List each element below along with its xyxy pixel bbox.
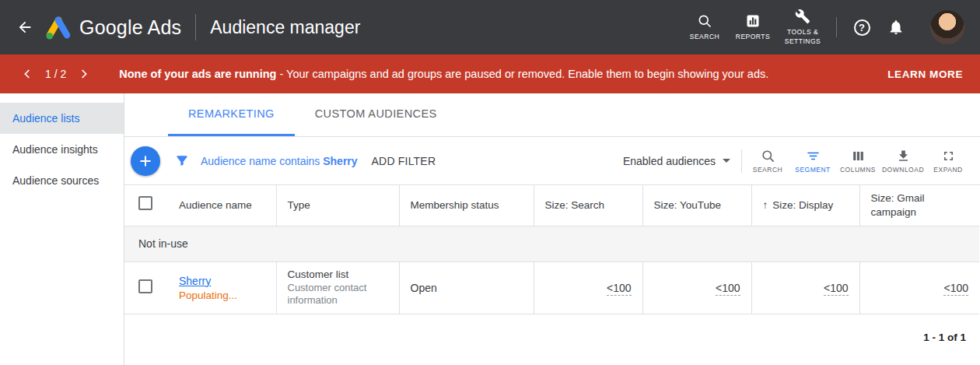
col-size-youtube[interactable]: Size: YouTube bbox=[642, 185, 751, 226]
banner-message-rest: - Your campaigns and ad groups are pause… bbox=[276, 68, 768, 80]
chevron-right-icon bbox=[77, 67, 91, 81]
sidebar-item-audience-sources[interactable]: Audience sources bbox=[0, 165, 124, 196]
row-checkbox[interactable] bbox=[138, 279, 152, 293]
size-youtube-value[interactable]: <100 bbox=[716, 282, 740, 296]
page-title: Audience manager bbox=[210, 17, 360, 38]
select-all-checkbox[interactable] bbox=[138, 196, 152, 210]
col-membership-status[interactable]: Membership status bbox=[399, 185, 534, 226]
size-gmail-value[interactable]: <100 bbox=[943, 282, 968, 296]
profile-avatar[interactable] bbox=[930, 10, 964, 44]
reports-icon bbox=[745, 13, 761, 29]
table-search-button[interactable]: SEARCH bbox=[745, 146, 790, 177]
expand-button[interactable]: EXPAND bbox=[926, 146, 971, 177]
sort-ascending-icon: ↑ bbox=[763, 199, 768, 211]
size-display-value[interactable]: <100 bbox=[824, 282, 849, 296]
table-tools: SEARCH SEGMENT COLUMNS DOWNLOAD EXPAND bbox=[745, 146, 971, 177]
table-footer: 1 - 1 of 1 bbox=[124, 314, 980, 365]
plus-icon bbox=[138, 153, 153, 169]
expand-icon bbox=[941, 149, 956, 163]
help-button[interactable]: ? bbox=[845, 10, 879, 44]
banner-next-button[interactable] bbox=[75, 65, 93, 82]
alert-banner: 1 / 2 None of your ads are running - You… bbox=[0, 54, 980, 93]
bell-icon bbox=[887, 19, 905, 36]
audience-type-detail: Customer contact information bbox=[288, 282, 388, 308]
content: Audience lists Audience insights Audienc… bbox=[0, 93, 980, 365]
audience-table: Audience name Type Membership status Siz… bbox=[124, 185, 979, 314]
learn-more-button[interactable]: LEARN MORE bbox=[887, 68, 963, 80]
toolbar-divider bbox=[741, 149, 742, 173]
sidebar-item-audience-insights[interactable]: Audience insights bbox=[0, 134, 124, 165]
arrow-left-icon bbox=[16, 19, 33, 36]
table-toolbar: Audience name contains Sherry ADD FILTER… bbox=[124, 137, 980, 185]
add-filter-button[interactable]: ADD FILTER bbox=[372, 155, 436, 167]
tab-bar: REMARKETING CUSTOM AUDIENCES bbox=[124, 93, 980, 137]
tab-remarketing[interactable]: REMARKETING bbox=[168, 93, 295, 136]
group-row: Not in-use bbox=[124, 226, 979, 261]
banner-prev-button[interactable] bbox=[19, 65, 36, 82]
segment-button[interactable]: SEGMENT bbox=[790, 146, 835, 177]
download-button[interactable]: DOWNLOAD bbox=[880, 146, 926, 177]
filter-icon bbox=[174, 153, 190, 169]
populating-status: Populating... bbox=[179, 290, 265, 301]
tab-custom-audiences[interactable]: CUSTOM AUDIENCES bbox=[295, 93, 457, 136]
header-divider bbox=[195, 14, 196, 40]
notifications-button[interactable] bbox=[879, 10, 913, 44]
columns-button[interactable]: COLUMNS bbox=[835, 146, 880, 177]
audience-type: Customer list bbox=[288, 268, 388, 280]
chevron-left-icon bbox=[20, 67, 34, 81]
main-panel: REMARKETING CUSTOM AUDIENCES Audience na… bbox=[124, 93, 980, 365]
wrench-icon bbox=[795, 9, 810, 24]
pagination-label: 1 - 1 of 1 bbox=[923, 332, 966, 343]
download-icon bbox=[896, 149, 911, 163]
col-size-display[interactable]: ↑Size: Display bbox=[751, 185, 859, 226]
header-divider bbox=[836, 17, 837, 37]
filter-value-text: Sherry bbox=[323, 155, 357, 167]
brand[interactable]: Google Ads bbox=[45, 16, 181, 40]
segment-icon bbox=[806, 149, 821, 163]
search-icon bbox=[697, 13, 712, 29]
banner-message: None of your ads are running - Your camp… bbox=[119, 68, 768, 80]
nav-tools-settings-button[interactable]: TOOLS & SETTINGS bbox=[777, 9, 828, 45]
col-type[interactable]: Type bbox=[276, 185, 399, 226]
active-filter-chip[interactable]: Audience name contains Sherry bbox=[201, 155, 358, 167]
table-row: Sherry Populating... Customer list Custo… bbox=[124, 261, 979, 314]
chevron-down-icon bbox=[723, 159, 730, 163]
membership-status-value: Open bbox=[399, 261, 534, 314]
filter-condition-text: Audience name contains bbox=[201, 155, 320, 167]
search-icon bbox=[761, 149, 775, 163]
banner-page-indicator: 1 / 2 bbox=[45, 68, 66, 80]
brand-name: Google Ads bbox=[79, 16, 181, 39]
sidebar-item-audience-lists[interactable]: Audience lists bbox=[0, 103, 124, 134]
banner-pagination: 1 / 2 bbox=[19, 65, 93, 82]
table-header-row: Audience name Type Membership status Siz… bbox=[124, 185, 979, 226]
col-size-gmail[interactable]: Size: Gmail campaign bbox=[859, 185, 979, 226]
dropdown-selected-value: Enabled audiences bbox=[623, 155, 716, 167]
columns-icon bbox=[851, 149, 866, 163]
banner-message-bold: None of your ads are running bbox=[119, 68, 276, 80]
col-audience-name[interactable]: Audience name bbox=[168, 185, 276, 226]
nav-search-button[interactable]: SEARCH bbox=[681, 13, 729, 41]
app-header: Google Ads Audience manager SEARCH REPOR… bbox=[0, 0, 980, 54]
sidebar: Audience lists Audience insights Audienc… bbox=[0, 93, 124, 365]
help-icon: ? bbox=[854, 19, 870, 36]
header-actions: SEARCH REPORTS TOOLS & SETTINGS ? bbox=[681, 9, 964, 45]
col-size-search[interactable]: Size: Search bbox=[534, 185, 642, 226]
size-search-value[interactable]: <100 bbox=[607, 282, 632, 296]
google-ads-logo-icon bbox=[45, 16, 72, 40]
nav-reports-button[interactable]: REPORTS bbox=[729, 13, 777, 41]
audience-state-dropdown[interactable]: Enabled audiences bbox=[623, 155, 730, 167]
create-audience-button[interactable] bbox=[131, 146, 160, 176]
audience-name-link[interactable]: Sherry bbox=[179, 275, 211, 287]
back-button[interactable] bbox=[9, 12, 40, 43]
group-label: Not in-use bbox=[124, 226, 979, 261]
